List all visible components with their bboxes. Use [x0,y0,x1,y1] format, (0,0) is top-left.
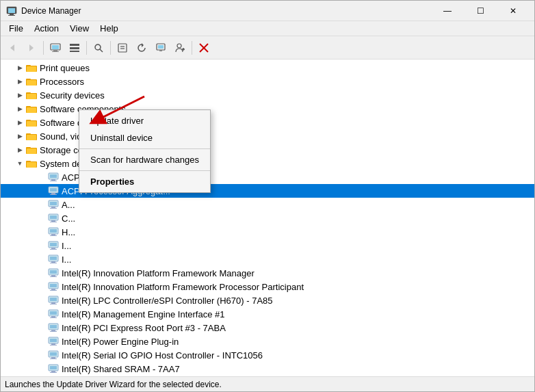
properties-button[interactable] [114,39,131,57]
tree-item[interactable]: Intel(R) LPC Controller/eSPI Controller … [1,293,534,307]
tree-item[interactable]: Intel(R) Innovation Platform Framework M… [1,266,534,280]
svg-rect-11 [70,47,79,49]
device-icon [47,295,60,306]
delete-button[interactable] [195,39,213,57]
item-label: I... [62,254,71,265]
device-tree[interactable]: ▶ Print queues▶ Processors▶ Security dev… [1,60,534,376]
svg-rect-9 [52,51,59,52]
expand-icon[interactable]: ▶ [14,144,25,155]
svg-rect-92 [50,311,57,315]
menu-file[interactable]: File [3,22,29,35]
monitor-button[interactable] [152,39,170,57]
item-label: Intel(R) LPC Controller/eSPI Controller … [62,296,273,306]
svg-point-13 [95,44,101,50]
svg-rect-106 [50,358,57,359]
svg-rect-8 [53,50,57,51]
context-menu-item[interactable]: Properties [79,173,210,190]
tree-item[interactable]: Intel(R) Shared SRAM - 7AA7 [1,362,534,376]
device-icon [47,267,60,278]
svg-rect-29 [27,66,36,72]
svg-rect-94 [50,317,57,318]
tree-item[interactable]: A... [1,198,534,211]
tree-item[interactable]: Intel(R) Serial IO GPIO Host Controller … [1,348,534,362]
tree-item[interactable]: ▶ Print queues [1,61,534,75]
menu-help[interactable]: Help [94,22,124,35]
device-icon [47,281,60,292]
tree-item[interactable]: Intel(R) Power Engine Plug-in [1,335,534,348]
title-bar: Device Manager — ☐ ✕ [1,1,534,21]
context-menu-separator [79,170,210,171]
back-button[interactable] [3,39,21,57]
svg-rect-70 [50,235,57,236]
svg-rect-77 [51,261,55,263]
svg-marker-18 [142,43,144,47]
svg-rect-76 [50,257,57,260]
list-button[interactable] [66,39,83,57]
svg-rect-52 [50,174,57,178]
device-icon [47,336,60,347]
expand-icon[interactable]: ▼ [14,158,25,169]
svg-line-14 [100,49,103,52]
svg-rect-105 [51,357,55,358]
maximize-button[interactable]: ☐ [465,1,496,21]
add-user-button[interactable] [171,39,189,57]
expand-icon[interactable]: ▶ [14,103,25,114]
device-icon [47,322,60,333]
tree-item[interactable]: I... [1,252,534,266]
item-label: Intel(R) Management Engine Interface #1 [62,309,224,319]
tree-item[interactable]: ▶ Security devices [1,88,534,102]
tree-item[interactable]: ▶ Processors [1,75,534,88]
svg-rect-72 [50,243,57,246]
menu-view[interactable]: View [64,22,94,35]
item-label: A... [62,200,75,210]
tree-item[interactable]: Intel(R) Management Engine Interface #1 [1,307,534,321]
expand-icon[interactable]: ▶ [14,62,25,73]
computer-button[interactable] [47,39,64,57]
expand-icon[interactable]: ▶ [14,90,25,101]
item-label: I... [62,241,71,251]
expand-icon[interactable]: ▶ [14,76,25,87]
forward-button[interactable] [23,39,40,57]
toolbar-separator-2 [86,41,87,55]
device-icon [47,350,60,361]
app-icon [6,5,17,16]
tree-item[interactable]: C... [1,211,534,225]
search-button[interactable] [90,39,107,57]
svg-rect-12 [70,51,79,52]
tree-item[interactable]: Intel(R) PCI Express Root Port #3 - 7ABA [1,321,534,335]
status-bar: Launches the Update Driver Wizard for th… [1,376,534,391]
refresh-button[interactable] [133,39,151,57]
svg-rect-100 [50,339,57,342]
tree-item[interactable]: H... [1,225,534,239]
title-controls: — ☐ ✕ [432,1,529,21]
device-icon [47,363,60,374]
item-label: Print queues [40,63,90,73]
context-menu-item[interactable]: Update driver [79,112,210,129]
svg-rect-10 [70,44,79,46]
close-button[interactable]: ✕ [497,1,529,21]
svg-rect-73 [51,248,55,249]
context-menu-item[interactable]: Scan for hardware changes [79,151,210,168]
menu-action[interactable]: Action [29,22,64,35]
svg-rect-90 [50,304,57,304]
svg-rect-38 [27,107,36,113]
tree-item[interactable]: Intel(R) SMBus - 7AA3 [1,376,534,376]
expand-icon[interactable]: ▶ [14,117,25,128]
svg-rect-81 [51,275,55,276]
svg-rect-61 [51,207,55,208]
expand-icon[interactable]: ▶ [14,131,25,142]
device-icon [47,185,60,196]
svg-rect-97 [51,330,55,331]
item-label: Intel(R) Shared SRAM - 7AA7 [62,364,180,374]
svg-rect-64 [50,215,57,219]
minimize-button[interactable]: — [432,1,463,21]
svg-rect-110 [50,372,57,373]
tree-item[interactable]: I... [1,239,534,252]
svg-marker-4 [10,44,14,51]
item-label: Processors [40,77,84,87]
context-menu-item[interactable]: Uninstall device [79,129,210,146]
svg-rect-32 [27,80,36,86]
svg-rect-41 [27,121,36,127]
tree-item[interactable]: Intel(R) Innovation Platform Framework P… [1,280,534,293]
svg-rect-57 [51,193,55,194]
